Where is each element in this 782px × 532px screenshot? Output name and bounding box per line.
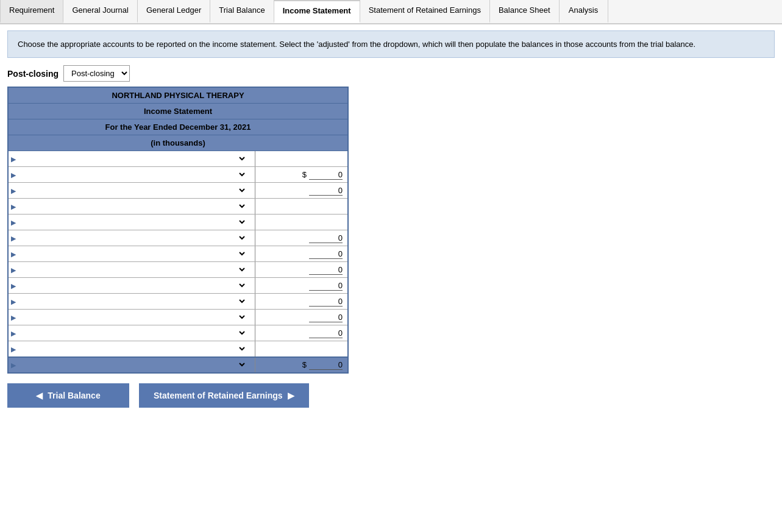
row-label-11: ▶ xyxy=(8,310,255,325)
arrow-icon-7: ▶ xyxy=(11,250,16,258)
row-label-4: ▶ xyxy=(8,199,255,215)
row-value-6 xyxy=(255,230,348,246)
dollar-sign-2: $ xyxy=(302,170,307,179)
statement-title: Income Statement xyxy=(8,104,348,119)
account-select-7[interactable] xyxy=(18,249,247,259)
arrow-icon-11: ▶ xyxy=(11,314,16,321)
value-input-10[interactable] xyxy=(309,297,343,307)
tab-general-ledger[interactable]: General Ledger xyxy=(138,0,210,23)
row-label-7: ▶ xyxy=(8,246,255,262)
row-value-8 xyxy=(255,262,348,278)
arrow-icon-8: ▶ xyxy=(11,266,16,274)
value-input-7[interactable] xyxy=(309,249,343,259)
tab-analysis[interactable]: Analysis xyxy=(560,0,608,23)
tab-trial-balance[interactable]: Trial Balance xyxy=(210,0,274,23)
row-value-9 xyxy=(255,278,348,294)
value-input-2[interactable] xyxy=(309,170,343,180)
account-select-9[interactable] xyxy=(18,280,247,291)
arrow-icon-14: ▶ xyxy=(11,361,16,369)
account-select-1[interactable] xyxy=(18,154,247,164)
company-name: NORTHLAND PHYSICAL THERAPY xyxy=(8,87,348,104)
row-label-8: ▶ xyxy=(8,262,255,278)
dropdown-label: Post-closing xyxy=(7,69,59,79)
tab-general-journal[interactable]: General Journal xyxy=(63,0,138,23)
value-input-12[interactable] xyxy=(309,328,343,338)
statement-period: For the Year Ended December 31, 2021 xyxy=(8,119,348,135)
account-select-12[interactable] xyxy=(18,328,247,338)
account-select-6[interactable] xyxy=(18,233,247,243)
row-label-10: ▶ xyxy=(8,294,255,310)
arrow-icon-3: ▶ xyxy=(11,187,16,194)
next-button[interactable]: Statement of Retained Earnings ▶ xyxy=(139,383,309,408)
arrow-icon-1: ▶ xyxy=(11,155,16,163)
info-box: Choose the appropriate accounts to be re… xyxy=(7,30,775,59)
row-value-1 xyxy=(255,151,348,167)
tab-statement-retained[interactable]: Statement of Retained Earnings xyxy=(360,0,490,23)
dollar-sign-14: $ xyxy=(302,360,307,369)
row-value-12 xyxy=(255,325,348,341)
row-value-3 xyxy=(255,183,348,199)
row-label-3: ▶ xyxy=(8,183,255,199)
statement-units: (in thousands) xyxy=(8,135,348,151)
value-input-14[interactable] xyxy=(309,360,343,370)
account-select-4[interactable] xyxy=(18,201,247,211)
row-value-14: $ xyxy=(255,357,348,373)
row-label-14: ▶ xyxy=(8,357,255,373)
row-value-5 xyxy=(255,215,348,230)
row-value-11 xyxy=(255,310,348,325)
row-value-7 xyxy=(255,246,348,262)
nav-buttons: ◀ Trial Balance Statement of Retained Ea… xyxy=(7,383,775,408)
income-statement-table: NORTHLAND PHYSICAL THERAPY Income Statem… xyxy=(7,87,349,374)
account-select-11[interactable] xyxy=(18,312,247,322)
row-label-2: ▶ xyxy=(8,167,255,183)
arrow-icon-2: ▶ xyxy=(11,171,16,179)
dropdown-area: Post-closing Post-closing Adjusted Unadj… xyxy=(7,65,775,82)
dropdown-select[interactable]: Post-closing Adjusted Unadjusted xyxy=(63,65,130,82)
value-input-11[interactable] xyxy=(309,313,343,322)
tab-balance-sheet[interactable]: Balance Sheet xyxy=(490,0,560,23)
tab-income-statement[interactable]: Income Statement xyxy=(274,0,360,23)
value-input-8[interactable] xyxy=(309,265,343,275)
tabs-bar: Requirement General Journal General Ledg… xyxy=(0,0,782,24)
prev-button[interactable]: ◀ Trial Balance xyxy=(7,383,129,408)
row-value-10 xyxy=(255,294,348,310)
row-value-4 xyxy=(255,199,348,215)
tab-requirement[interactable]: Requirement xyxy=(0,0,63,23)
value-input-9[interactable] xyxy=(309,281,343,291)
account-select-5[interactable] xyxy=(18,217,247,227)
row-value-2: $ xyxy=(255,167,348,183)
account-select-13[interactable] xyxy=(18,344,247,354)
arrow-icon-4: ▶ xyxy=(11,203,16,210)
arrow-icon-9: ▶ xyxy=(11,282,16,289)
next-label: Statement of Retained Earnings xyxy=(154,391,283,400)
value-input-3[interactable] xyxy=(309,186,343,196)
account-select-2[interactable] xyxy=(18,169,247,180)
arrow-icon-5: ▶ xyxy=(11,219,16,226)
arrow-icon-10: ▶ xyxy=(11,298,16,305)
statement-container: NORTHLAND PHYSICAL THERAPY Income Statem… xyxy=(7,87,349,374)
prev-icon: ◀ xyxy=(36,391,43,400)
account-select-8[interactable] xyxy=(18,264,247,275)
row-label-12: ▶ xyxy=(8,325,255,341)
row-label-5: ▶ xyxy=(8,215,255,230)
value-input-6[interactable] xyxy=(309,233,343,243)
row-label-9: ▶ xyxy=(8,278,255,294)
prev-label: Trial Balance xyxy=(48,391,100,400)
row-label-13: ▶ xyxy=(8,341,255,357)
row-value-13 xyxy=(255,341,348,357)
arrow-icon-6: ▶ xyxy=(11,235,16,242)
account-select-10[interactable] xyxy=(18,296,247,307)
account-select-14[interactable] xyxy=(18,360,247,370)
row-label-6: ▶ xyxy=(8,230,255,246)
arrow-icon-13: ▶ xyxy=(11,346,16,353)
arrow-icon-12: ▶ xyxy=(11,330,16,337)
account-select-3[interactable] xyxy=(18,185,247,196)
row-label-1: ▶ xyxy=(8,151,255,167)
next-icon: ▶ xyxy=(288,391,294,400)
